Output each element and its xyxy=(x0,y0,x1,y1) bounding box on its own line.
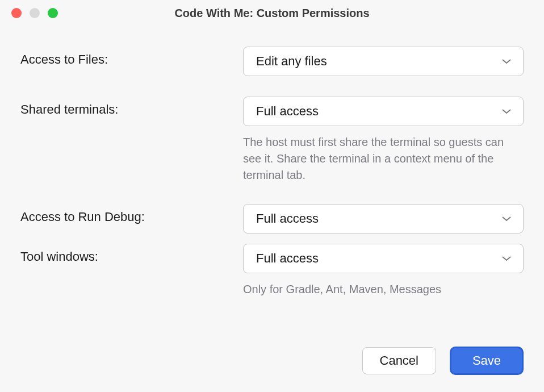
row-access-files: Access to Files: Edit any files xyxy=(20,47,524,76)
chevron-down-icon xyxy=(501,56,512,66)
chevron-down-icon xyxy=(501,214,512,224)
row-shared-terminals: Shared terminals: Full access The host m… xyxy=(20,97,524,184)
select-access-files-value: Edit any files xyxy=(256,54,327,69)
label-shared-terminals: Shared terminals: xyxy=(20,102,118,116)
helper-shared-terminals: The host must first share the terminal s… xyxy=(243,134,524,184)
traffic-lights xyxy=(11,8,58,18)
close-window-button[interactable] xyxy=(11,8,22,18)
helper-tool-windows: Only for Gradle, Ant, Maven, Messages xyxy=(243,281,524,298)
cancel-button[interactable]: Cancel xyxy=(362,347,436,374)
select-shared-terminals-value: Full access xyxy=(256,104,319,119)
select-run-debug[interactable]: Full access xyxy=(243,204,524,233)
maximize-window-button[interactable] xyxy=(48,8,58,18)
label-run-debug: Access to Run Debug: xyxy=(20,210,145,224)
button-row: Cancel Save xyxy=(0,330,544,375)
form-content: Access to Files: Edit any files Shared t… xyxy=(0,24,544,330)
row-run-debug: Access to Run Debug: Full access xyxy=(20,204,524,233)
select-access-files[interactable]: Edit any files xyxy=(243,47,524,76)
window-title: Code With Me: Custom Permissions xyxy=(174,7,369,20)
label-access-files: Access to Files: xyxy=(20,52,108,66)
save-button[interactable]: Save xyxy=(450,347,524,375)
select-tool-windows-value: Full access xyxy=(256,251,319,266)
select-tool-windows[interactable]: Full access xyxy=(243,244,524,273)
minimize-window-button[interactable] xyxy=(30,8,40,18)
label-tool-windows: Tool windows: xyxy=(20,249,98,264)
select-shared-terminals[interactable]: Full access xyxy=(243,97,524,126)
row-tool-windows: Tool windows: Full access Only for Gradl… xyxy=(20,244,524,298)
chevron-down-icon xyxy=(501,106,512,116)
select-run-debug-value: Full access xyxy=(256,211,319,226)
chevron-down-icon xyxy=(501,253,512,264)
titlebar: Code With Me: Custom Permissions xyxy=(0,0,544,24)
